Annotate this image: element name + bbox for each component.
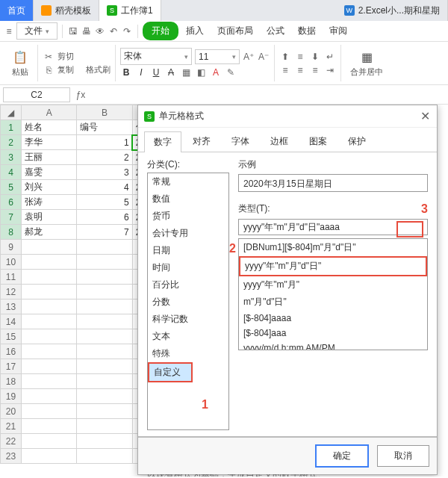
name-box[interactable]: C2 <box>3 87 70 102</box>
row-header[interactable]: 22 <box>1 434 22 449</box>
italic-icon[interactable]: I <box>135 66 147 78</box>
select-all[interactable]: ◢ <box>1 105 22 120</box>
row-header[interactable]: 2 <box>1 135 22 150</box>
type-item[interactable]: yyyy/m/d h:mm AM/PM <box>239 341 427 350</box>
cell[interactable] <box>22 240 77 255</box>
tab-workbook[interactable]: S工作簿1 <box>99 0 161 21</box>
tab-number[interactable]: 数字 <box>144 131 181 152</box>
cat-number[interactable]: 数值 <box>148 190 228 208</box>
undo-icon[interactable]: ↶ <box>108 25 119 37</box>
cat-accounting[interactable]: 会计专用 <box>148 225 228 242</box>
wrap-icon[interactable]: ↵ <box>324 51 336 63</box>
row-header[interactable]: 19 <box>1 389 22 404</box>
spreadsheet[interactable]: ◢AB 1姓名编号休 2李华120 3王丽220 4嘉雯320 5刘兴420 6… <box>0 105 149 464</box>
cat-fraction[interactable]: 分数 <box>148 294 228 311</box>
cell[interactable]: 2 <box>77 150 132 165</box>
tab-pattern[interactable]: 图案 <box>299 131 337 152</box>
align-top-icon[interactable]: ⬆ <box>279 51 291 63</box>
type-item-selected[interactable]: yyyy"年"m"月"d"日" <box>239 256 427 276</box>
fx-icon[interactable]: ƒx <box>75 89 87 101</box>
cat-custom[interactable]: 自定义 <box>148 362 193 382</box>
tab-font[interactable]: 字体 <box>222 131 259 152</box>
type-item[interactable]: [$-804]aaa <box>239 326 427 341</box>
row-header[interactable]: 14 <box>1 314 22 329</box>
cell[interactable]: 编号 <box>77 120 132 135</box>
type-item[interactable]: m"月"d"日" <box>239 294 427 311</box>
cat-general[interactable]: 常规 <box>148 173 228 190</box>
row-header[interactable]: 4 <box>1 165 22 180</box>
cell[interactable]: 袁明 <box>22 210 77 225</box>
cat-special[interactable]: 特殊 <box>148 345 228 362</box>
preview-icon[interactable]: 👁 <box>94 25 106 37</box>
menu-icon[interactable]: ≡ <box>3 25 15 37</box>
underline-icon[interactable]: U <box>150 66 162 78</box>
redo-icon[interactable]: ↷ <box>121 25 133 37</box>
row-header[interactable]: 23 <box>1 449 22 464</box>
cancel-button[interactable]: 取消 <box>377 445 429 467</box>
cell[interactable]: 1 <box>77 135 132 150</box>
cat-time[interactable]: 时间 <box>148 259 228 276</box>
type-item[interactable]: [$-804]aaaa <box>239 311 427 326</box>
row-header[interactable]: 16 <box>1 344 22 359</box>
paste-button[interactable]: 📋粘贴 <box>7 49 33 78</box>
col-header[interactable]: B <box>77 105 132 120</box>
cat-currency[interactable]: 货币 <box>148 208 228 225</box>
row-header[interactable]: 8 <box>1 225 22 240</box>
type-item[interactable]: [DBNum1][$-804]m"月"d"日" <box>239 239 427 256</box>
row-header[interactable]: 6 <box>1 195 22 210</box>
border-icon[interactable]: ▦ <box>180 66 192 78</box>
type-list[interactable]: [DBNum1][$-804]m"月"d"日" yyyy"年"m"月"d"日" … <box>238 238 428 350</box>
row-header[interactable]: 12 <box>1 285 22 299</box>
align-right-icon[interactable]: ≡ <box>309 64 321 76</box>
ok-button[interactable]: 确定 <box>316 445 368 467</box>
cell[interactable]: 3 <box>77 165 132 180</box>
row-header[interactable]: 3 <box>1 150 22 165</box>
row-header[interactable]: 7 <box>1 210 22 225</box>
merge-button[interactable]: ▦合并居中 <box>346 49 388 78</box>
tab-layout[interactable]: 页面布局 <box>211 22 259 40</box>
category-list[interactable]: 常规 数值 货币 会计专用 日期 时间 百分比 分数 科学记数 文本 特殊 自定… <box>147 173 229 430</box>
grow-font-icon[interactable]: A⁺ <box>243 51 255 63</box>
font-select[interactable]: 宋体▾ <box>120 48 192 65</box>
row-header[interactable]: 17 <box>1 359 22 374</box>
align-left-icon[interactable]: ≡ <box>279 64 291 76</box>
indent-icon[interactable]: ⇥ <box>324 64 336 76</box>
row-header[interactable]: 10 <box>1 255 22 270</box>
tab-start[interactable]: 开始 <box>143 22 178 40</box>
cell[interactable]: 姓名 <box>22 120 77 135</box>
tab-review[interactable]: 审阅 <box>323 22 353 40</box>
tab-protect[interactable]: 保护 <box>338 131 376 152</box>
row-header[interactable]: 15 <box>1 329 22 344</box>
tab-border[interactable]: 边框 <box>261 131 298 152</box>
cat-scientific[interactable]: 科学记数 <box>148 311 228 328</box>
strike-icon[interactable]: A <box>165 66 177 78</box>
font-color-icon[interactable]: A <box>210 66 222 78</box>
cat-text[interactable]: 文本 <box>148 328 228 345</box>
save-icon[interactable]: 🖫 <box>67 25 79 37</box>
tab-data[interactable]: 数据 <box>292 22 322 40</box>
row-header[interactable]: 21 <box>1 419 22 434</box>
cell[interactable]: 李华 <box>22 135 77 150</box>
row-header[interactable]: 13 <box>1 299 22 314</box>
row-header[interactable]: 9 <box>1 240 22 255</box>
tab-templates[interactable]: 稻壳模板 <box>34 0 99 21</box>
bold-icon[interactable]: B <box>120 66 132 78</box>
cell[interactable]: 王丽 <box>22 150 77 165</box>
tab-align[interactable]: 对齐 <box>183 131 220 152</box>
cell[interactable] <box>77 240 132 255</box>
print-icon[interactable]: 🖶 <box>81 25 93 37</box>
col-header[interactable]: A <box>22 105 77 120</box>
cell[interactable]: 刘兴 <box>22 180 77 195</box>
cat-date[interactable]: 日期 <box>148 242 228 259</box>
shrink-font-icon[interactable]: A⁻ <box>258 51 270 63</box>
cut-button[interactable]: ✂剪切 <box>43 51 111 63</box>
align-bottom-icon[interactable]: ⬇ <box>309 51 321 63</box>
row-header[interactable]: 1 <box>1 120 22 135</box>
cell[interactable]: 6 <box>77 210 132 225</box>
cell[interactable]: 7 <box>77 225 132 240</box>
file-menu[interactable]: 文件▾ <box>16 22 57 40</box>
type-item[interactable]: yyyy"年"m"月" <box>239 276 427 294</box>
tab-excel-file[interactable]: W2.Excel小...期和星期 <box>337 0 448 21</box>
cell[interactable]: 郝龙 <box>22 225 77 240</box>
row-header[interactable]: 20 <box>1 404 22 419</box>
